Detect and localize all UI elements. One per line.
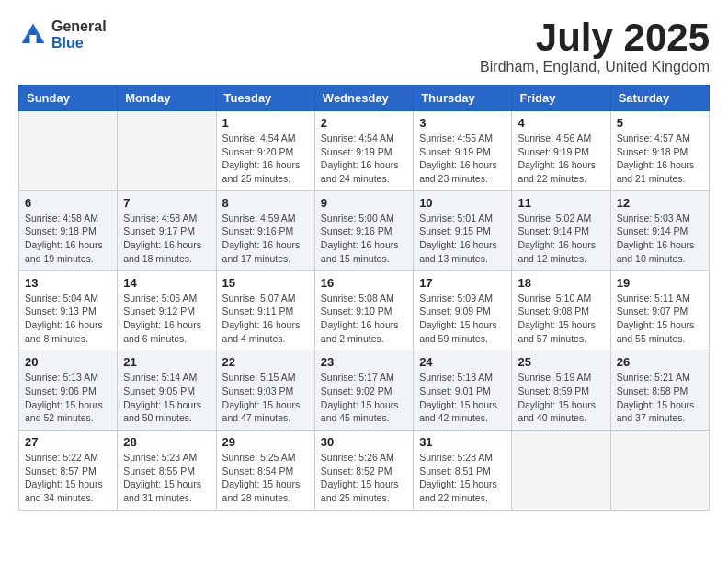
calendar-cell	[512, 431, 610, 511]
logo-general-text: General	[51, 18, 107, 35]
day-info: Sunrise: 5:06 AMSunset: 9:12 PMDaylight:…	[123, 292, 210, 346]
calendar-cell: 6Sunrise: 4:58 AMSunset: 9:18 PMDaylight…	[19, 190, 118, 270]
day-number: 2	[321, 116, 407, 130]
day-info: Sunrise: 4:58 AMSunset: 9:17 PMDaylight:…	[123, 212, 210, 266]
day-number: 27	[25, 435, 111, 449]
day-number: 19	[617, 276, 703, 290]
calendar-cell: 13Sunrise: 5:04 AMSunset: 9:13 PMDayligh…	[19, 270, 118, 350]
calendar-cell: 29Sunrise: 5:25 AMSunset: 8:54 PMDayligh…	[216, 431, 314, 511]
day-info: Sunrise: 5:07 AMSunset: 9:11 PMDaylight:…	[222, 292, 309, 346]
day-info: Sunrise: 5:02 AMSunset: 9:14 PMDaylight:…	[518, 212, 604, 266]
day-info: Sunrise: 5:08 AMSunset: 9:10 PMDaylight:…	[321, 292, 407, 346]
day-number: 26	[617, 355, 703, 369]
logo-blue-text: Blue	[51, 35, 107, 52]
day-info: Sunrise: 4:54 AMSunset: 9:20 PMDaylight:…	[222, 132, 309, 186]
calendar-table: SundayMondayTuesdayWednesdayThursdayFrid…	[18, 85, 710, 511]
calendar-cell	[610, 431, 709, 511]
calendar-cell: 24Sunrise: 5:18 AMSunset: 9:01 PMDayligh…	[414, 350, 512, 431]
day-number: 20	[25, 355, 111, 369]
header: General Blue July 2025 Birdham, England,…	[18, 18, 710, 75]
column-header-tuesday: Tuesday	[216, 86, 314, 111]
calendar-cell: 1Sunrise: 4:54 AMSunset: 9:20 PMDaylight…	[216, 111, 314, 191]
day-info: Sunrise: 4:57 AMSunset: 9:18 PMDaylight:…	[617, 132, 703, 186]
day-number: 25	[518, 355, 604, 369]
day-info: Sunrise: 5:25 AMSunset: 8:54 PMDaylight:…	[222, 451, 309, 505]
day-number: 29	[222, 435, 309, 449]
day-info: Sunrise: 5:11 AMSunset: 9:07 PMDaylight:…	[617, 292, 703, 346]
calendar-week-row: 6Sunrise: 4:58 AMSunset: 9:18 PMDaylight…	[19, 190, 710, 270]
day-info: Sunrise: 4:59 AMSunset: 9:16 PMDaylight:…	[222, 212, 309, 266]
calendar-cell: 7Sunrise: 4:58 AMSunset: 9:17 PMDaylight…	[118, 190, 216, 270]
calendar-cell: 14Sunrise: 5:06 AMSunset: 9:12 PMDayligh…	[118, 270, 216, 350]
day-number: 13	[25, 276, 111, 290]
day-number: 3	[419, 116, 506, 130]
day-info: Sunrise: 4:55 AMSunset: 9:19 PMDaylight:…	[419, 132, 506, 186]
day-info: Sunrise: 5:28 AMSunset: 8:51 PMDaylight:…	[419, 451, 506, 505]
calendar-cell: 26Sunrise: 5:21 AMSunset: 8:58 PMDayligh…	[610, 350, 709, 431]
day-number: 9	[321, 196, 407, 210]
day-info: Sunrise: 5:09 AMSunset: 9:09 PMDaylight:…	[419, 292, 506, 346]
calendar-cell: 10Sunrise: 5:01 AMSunset: 9:15 PMDayligh…	[414, 190, 512, 270]
day-number: 7	[123, 196, 210, 210]
day-info: Sunrise: 5:04 AMSunset: 9:13 PMDaylight:…	[25, 292, 111, 346]
title-block: July 2025 Birdham, England, United Kingd…	[480, 18, 710, 75]
calendar-header-row: SundayMondayTuesdayWednesdayThursdayFrid…	[19, 86, 710, 111]
day-info: Sunrise: 5:17 AMSunset: 9:02 PMDaylight:…	[321, 371, 407, 425]
column-header-monday: Monday	[118, 86, 216, 111]
day-info: Sunrise: 5:01 AMSunset: 9:15 PMDaylight:…	[419, 212, 506, 266]
day-info: Sunrise: 5:14 AMSunset: 9:05 PMDaylight:…	[123, 371, 210, 425]
calendar-cell: 4Sunrise: 4:56 AMSunset: 9:19 PMDaylight…	[512, 111, 610, 191]
day-number: 22	[222, 355, 309, 369]
day-info: Sunrise: 5:19 AMSunset: 8:59 PMDaylight:…	[518, 371, 604, 425]
location: Birdham, England, United Kingdom	[480, 59, 710, 75]
day-number: 18	[518, 276, 604, 290]
calendar-cell: 5Sunrise: 4:57 AMSunset: 9:18 PMDaylight…	[610, 111, 709, 191]
calendar-cell: 20Sunrise: 5:13 AMSunset: 9:06 PMDayligh…	[19, 350, 118, 431]
day-number: 1	[222, 116, 309, 130]
day-info: Sunrise: 5:03 AMSunset: 9:14 PMDaylight:…	[617, 212, 703, 266]
day-number: 21	[123, 355, 210, 369]
day-number: 31	[419, 435, 506, 449]
day-number: 28	[123, 435, 210, 449]
column-header-saturday: Saturday	[610, 86, 709, 111]
day-number: 11	[518, 196, 604, 210]
day-number: 23	[321, 355, 407, 369]
column-header-sunday: Sunday	[19, 86, 118, 111]
day-number: 6	[25, 196, 111, 210]
calendar-cell: 16Sunrise: 5:08 AMSunset: 9:10 PMDayligh…	[314, 270, 413, 350]
calendar-week-row: 20Sunrise: 5:13 AMSunset: 9:06 PMDayligh…	[19, 350, 710, 431]
logo-icon	[18, 20, 48, 50]
day-info: Sunrise: 5:13 AMSunset: 9:06 PMDaylight:…	[25, 371, 111, 425]
calendar-cell: 23Sunrise: 5:17 AMSunset: 9:02 PMDayligh…	[314, 350, 413, 431]
column-header-friday: Friday	[512, 86, 610, 111]
calendar-cell	[19, 111, 118, 191]
day-info: Sunrise: 5:22 AMSunset: 8:57 PMDaylight:…	[25, 451, 111, 505]
calendar-cell: 18Sunrise: 5:10 AMSunset: 9:08 PMDayligh…	[512, 270, 610, 350]
day-info: Sunrise: 5:23 AMSunset: 8:55 PMDaylight:…	[123, 451, 210, 505]
day-info: Sunrise: 5:21 AMSunset: 8:58 PMDaylight:…	[617, 371, 703, 425]
calendar-cell: 8Sunrise: 4:59 AMSunset: 9:16 PMDaylight…	[216, 190, 314, 270]
calendar-cell: 28Sunrise: 5:23 AMSunset: 8:55 PMDayligh…	[118, 431, 216, 511]
calendar-cell: 11Sunrise: 5:02 AMSunset: 9:14 PMDayligh…	[512, 190, 610, 270]
day-number: 30	[321, 435, 407, 449]
day-info: Sunrise: 4:54 AMSunset: 9:19 PMDaylight:…	[321, 132, 407, 186]
calendar-cell: 31Sunrise: 5:28 AMSunset: 8:51 PMDayligh…	[414, 431, 512, 511]
day-info: Sunrise: 4:58 AMSunset: 9:18 PMDaylight:…	[25, 212, 111, 266]
calendar-cell	[118, 111, 216, 191]
column-header-wednesday: Wednesday	[314, 86, 413, 111]
calendar-cell: 2Sunrise: 4:54 AMSunset: 9:19 PMDaylight…	[314, 111, 413, 191]
day-number: 4	[518, 116, 604, 130]
day-number: 5	[617, 116, 703, 130]
logo-text: General Blue	[51, 18, 107, 51]
day-info: Sunrise: 5:10 AMSunset: 9:08 PMDaylight:…	[518, 292, 604, 346]
calendar-cell: 19Sunrise: 5:11 AMSunset: 9:07 PMDayligh…	[610, 270, 709, 350]
day-number: 14	[123, 276, 210, 290]
calendar-cell: 9Sunrise: 5:00 AMSunset: 9:16 PMDaylight…	[314, 190, 413, 270]
column-header-thursday: Thursday	[414, 86, 512, 111]
day-number: 15	[222, 276, 309, 290]
day-number: 24	[419, 355, 506, 369]
day-number: 17	[419, 276, 506, 290]
page-container: General Blue July 2025 Birdham, England,…	[18, 18, 710, 511]
calendar-cell: 30Sunrise: 5:26 AMSunset: 8:52 PMDayligh…	[314, 431, 413, 511]
day-info: Sunrise: 5:15 AMSunset: 9:03 PMDaylight:…	[222, 371, 309, 425]
